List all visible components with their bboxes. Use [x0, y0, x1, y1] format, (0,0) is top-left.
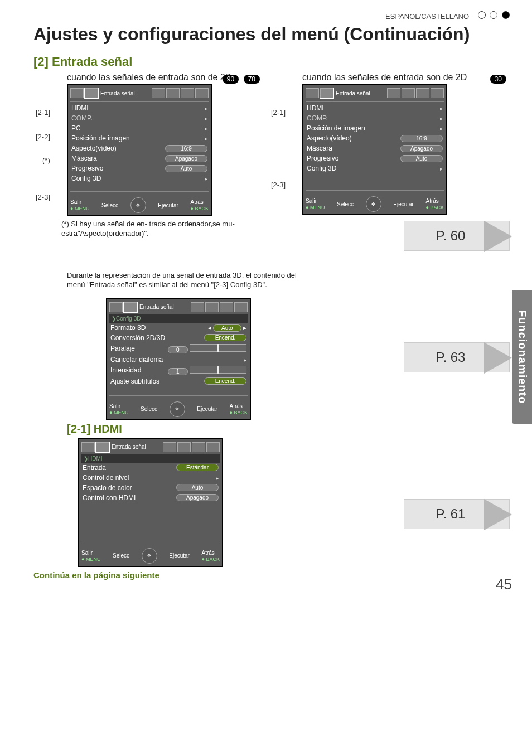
- page-link-arrow: P. 63: [404, 342, 510, 372]
- value-pill: 1: [168, 368, 188, 375]
- chevron-right-icon: [205, 114, 207, 122]
- chevron-right-icon: [205, 175, 207, 182]
- menu-item[interactable]: HDMI: [71, 104, 89, 112]
- chevron-right-icon: [216, 474, 219, 482]
- menu-item[interactable]: Posición de imagen: [307, 124, 365, 132]
- menu-item[interactable]: Config 3D: [307, 164, 336, 172]
- value-pill: Auto: [213, 324, 241, 332]
- tab-icon: [306, 88, 319, 98]
- breadcrumb: HDMI: [81, 454, 220, 463]
- tab-icon: [96, 442, 109, 452]
- chevron-right-icon: [205, 134, 207, 142]
- menu-item[interactable]: Paralaje: [110, 345, 135, 352]
- tab-icon: [234, 302, 248, 312]
- page-number: 45: [496, 576, 512, 593]
- menu-item[interactable]: Espacio de color: [83, 484, 132, 492]
- page-link-arrow: P. 61: [404, 499, 510, 529]
- menu-item[interactable]: Entrada: [83, 464, 106, 472]
- panel-footer: Salir● MENU Selecc ✥ Ejecutar Atrás● BAC…: [70, 195, 209, 213]
- dot-icon: [502, 11, 510, 19]
- chevron-right-icon: [205, 124, 207, 132]
- tab-icon: [206, 442, 220, 452]
- menu-item[interactable]: Aspecto(vídeo): [307, 134, 352, 142]
- value-pill: Auto: [165, 165, 207, 172]
- menu-item[interactable]: Control con HDMI: [83, 494, 136, 502]
- ref-label: [2-3]: [271, 181, 286, 189]
- value-pill: 16:9: [400, 135, 443, 142]
- menu-item[interactable]: HDMI: [307, 104, 324, 112]
- chevron-right-icon: [440, 124, 443, 132]
- ref-label: [2-1]: [271, 108, 286, 117]
- tab-icon: [85, 88, 98, 98]
- breadcrumb: Config 3D: [109, 314, 248, 323]
- dot-icon: [478, 11, 486, 19]
- continue-text: Continúa en la página siguiente: [33, 570, 263, 580]
- value-pill: Estándar: [176, 464, 219, 471]
- ref-label: [2-2]: [36, 133, 50, 141]
- tab-icon: [166, 88, 180, 98]
- tab-icon: [416, 88, 429, 98]
- tab-icon: [402, 88, 415, 98]
- slider[interactable]: [190, 366, 246, 374]
- menu-item[interactable]: Conversión 2D/3D: [110, 334, 165, 342]
- page-title: Ajustes y configuraciones del menú (Cont…: [33, 24, 510, 45]
- menu-item[interactable]: Config 3D: [71, 175, 101, 182]
- tab-icon: [191, 302, 204, 312]
- tab-icon: [192, 442, 205, 452]
- menu-item[interactable]: Aspecto(vídeo): [71, 144, 117, 152]
- tab-icon: [163, 442, 176, 452]
- tab-label: Entrada señal: [112, 444, 146, 450]
- tab-label: Entrada señal: [139, 304, 174, 310]
- value-pill: Apagado: [165, 155, 207, 162]
- menu-item[interactable]: Máscara: [71, 154, 97, 162]
- side-tab: Funcionamiento: [512, 290, 532, 424]
- tab-icon: [81, 442, 95, 452]
- ref-label: (*): [42, 156, 50, 164]
- menu-item[interactable]: Máscara: [307, 144, 332, 152]
- menu-item[interactable]: Formato 3D: [110, 324, 146, 332]
- value-pill: Apagado: [176, 494, 219, 501]
- menu-item[interactable]: COMP.: [71, 114, 93, 122]
- tab-icon: [387, 88, 400, 98]
- value-pill: Apagado: [400, 145, 443, 152]
- slider[interactable]: [190, 344, 246, 352]
- tab-icon: [109, 302, 123, 312]
- model-badge: 90: [223, 75, 239, 84]
- panel-footer: Salir● MENU Selecc ✥ Ejecutar Atrás● BAC…: [306, 194, 444, 212]
- tab-icon: [124, 302, 137, 312]
- value-pill: Encend.: [204, 377, 246, 385]
- language-indicator: ESPAÑOL/CASTELLANO: [33, 11, 510, 21]
- value-pill: 16:9: [165, 145, 207, 152]
- dpad-icon: ✥: [170, 401, 185, 417]
- tab-icon: [205, 302, 219, 312]
- menu-item[interactable]: Control de nivel: [83, 474, 129, 482]
- menu-item[interactable]: Progresivo: [307, 154, 338, 162]
- tab-label: Entrada señal: [100, 90, 135, 96]
- menu-item[interactable]: Intensidad: [110, 366, 141, 374]
- menu-item[interactable]: Posición de imagen: [71, 134, 130, 142]
- menu-item[interactable]: COMP.: [307, 114, 328, 122]
- value-pill: 0: [168, 346, 188, 353]
- dpad-icon: ✥: [142, 548, 157, 564]
- dpad-icon: ✥: [366, 196, 381, 212]
- sub-heading-hdmi: [2-1] HDMI: [67, 423, 510, 435]
- note-3d: Durante la representación de una señal d…: [67, 271, 312, 290]
- menu-item[interactable]: Cancelar diafonía: [110, 356, 163, 364]
- value-pill: Auto: [400, 155, 443, 162]
- tab-icon: [181, 88, 194, 98]
- menu-item[interactable]: PC: [71, 124, 81, 132]
- tab-icon: [152, 88, 165, 98]
- tab-icon: [177, 442, 191, 452]
- footnote-asterisk: (*) Si hay una señal de en- trada de ord…: [61, 220, 263, 239]
- tab-label: Entrada señal: [336, 90, 370, 96]
- menu-item[interactable]: Ajuste subtítulos: [110, 377, 159, 385]
- menu-item[interactable]: Progresivo: [71, 164, 103, 172]
- model-badge: 30: [490, 75, 506, 84]
- menu-panel-hdmi: Entrada señal HDMI EntradaEstándar Contr…: [78, 438, 223, 567]
- value-pill: Encend.: [204, 334, 246, 341]
- dpad-icon: ✥: [130, 197, 146, 213]
- chevron-right-icon: [440, 104, 443, 112]
- menu-panel-3d: Entrada señal Config 3D Formato 3D ◂ Aut…: [106, 298, 251, 420]
- menu-panel-right: Entrada señal HDMI COMP. Posición de ima…: [302, 84, 447, 215]
- value-pill: Auto: [176, 484, 219, 491]
